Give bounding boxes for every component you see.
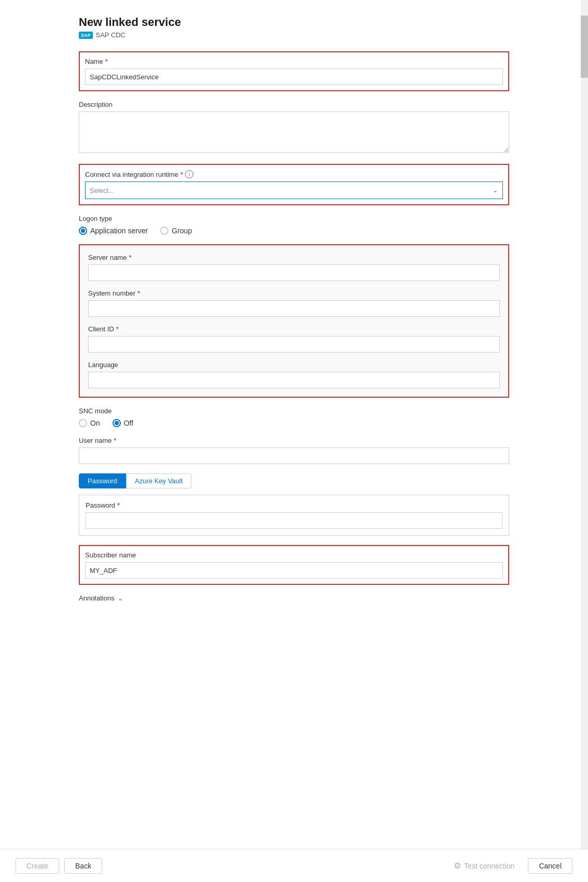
create-button[interactable]: Create [16, 858, 59, 874]
logon-type-radio-group: Application server Group [79, 227, 509, 235]
bottom-bar: Create Back ⚙ Test connection Cancel [0, 849, 588, 882]
annotations-chevron-icon: ⌄ [118, 595, 123, 602]
radio-circle-application-server [79, 227, 87, 235]
server-name-field: Server name * [88, 254, 500, 281]
server-name-required: * [129, 254, 131, 261]
sap-service-label: SAP CDC [96, 31, 126, 39]
user-name-label: User name [79, 437, 112, 444]
system-number-required: * [137, 289, 140, 297]
name-field-container: Name * [79, 51, 509, 91]
sap-logo: SAP [79, 32, 93, 39]
logon-type-section: Logon type Application server Group [79, 215, 509, 235]
server-name-input[interactable] [88, 264, 500, 281]
subscriber-name-label: Subscriber name [85, 551, 503, 559]
back-button[interactable]: Back [64, 858, 102, 874]
radio-snc-off[interactable]: Off [113, 419, 133, 427]
sap-badge: SAP SAP CDC [79, 31, 509, 39]
language-label: Language [88, 361, 118, 369]
radio-circle-snc-on [79, 419, 87, 427]
description-input[interactable] [79, 111, 509, 153]
page-title: New linked service [79, 16, 509, 29]
annotations-label-text: Annotations [79, 594, 115, 602]
description-label: Description [79, 101, 509, 108]
password-tab-group: Password Azure Key Vault [79, 473, 509, 488]
user-name-field-group: User name * [79, 437, 509, 464]
language-field: Language [88, 361, 500, 388]
client-id-label: Client ID [88, 325, 114, 333]
name-label: Name * [85, 58, 503, 65]
tab-azure-key-vault[interactable]: Azure Key Vault [126, 473, 191, 488]
scrollbar[interactable] [581, 0, 588, 882]
description-field-group: Description [79, 101, 509, 155]
password-required: * [117, 501, 120, 509]
integration-runtime-label: Connect via integration runtime * i [85, 170, 503, 178]
user-name-required: * [114, 437, 117, 444]
name-required: * [105, 58, 108, 65]
info-icon[interactable]: i [185, 170, 193, 178]
ir-required: * [180, 171, 183, 178]
client-id-field: Client ID * [88, 325, 500, 353]
tab-password[interactable]: Password [79, 473, 126, 488]
integration-runtime-container: Connect via integration runtime * i Sele… [79, 164, 509, 205]
subscriber-name-container: Subscriber name [79, 545, 509, 585]
subscriber-name-input[interactable] [85, 562, 503, 579]
annotations-section: Annotations ⌄ [79, 594, 509, 602]
system-number-input[interactable] [88, 300, 500, 317]
snc-mode-label: SNC mode [79, 407, 509, 415]
language-input[interactable] [88, 372, 500, 388]
radio-label-snc-off: Off [124, 419, 133, 427]
integration-runtime-select[interactable]: Select... [85, 181, 503, 199]
radio-label-snc-on: On [90, 419, 100, 427]
test-connection-button[interactable]: ⚙ Test connection [445, 858, 523, 874]
user-name-input[interactable] [79, 447, 509, 464]
radio-snc-on[interactable]: On [79, 419, 100, 427]
radio-application-server[interactable]: Application server [79, 227, 148, 235]
server-name-label: Server name [88, 254, 127, 261]
snc-mode-section: SNC mode On Off [79, 407, 509, 427]
password-label: Password [86, 501, 115, 509]
server-section: Server name * System number * Client ID … [79, 244, 509, 398]
cancel-button[interactable]: Cancel [528, 858, 572, 874]
client-id-input[interactable] [88, 336, 500, 353]
radio-circle-snc-off [113, 419, 121, 427]
radio-group[interactable]: Group [160, 227, 192, 235]
password-field-group: Password * [79, 495, 509, 536]
test-connection-label: Test connection [464, 862, 514, 870]
system-number-field: System number * [88, 289, 500, 317]
radio-label-group: Group [172, 227, 192, 235]
integration-runtime-select-wrapper: Select... ⌄ [85, 181, 503, 199]
snc-radio-group: On Off [79, 419, 509, 427]
client-id-required: * [116, 325, 119, 333]
logon-type-label: Logon type [79, 215, 509, 222]
password-input[interactable] [86, 512, 502, 529]
radio-circle-group [160, 227, 169, 235]
scrollbar-thumb[interactable] [581, 16, 588, 78]
name-input[interactable] [85, 68, 503, 85]
radio-label-application-server: Application server [90, 227, 148, 235]
test-connection-icon: ⚙ [454, 861, 461, 871]
system-number-label: System number [88, 289, 135, 297]
